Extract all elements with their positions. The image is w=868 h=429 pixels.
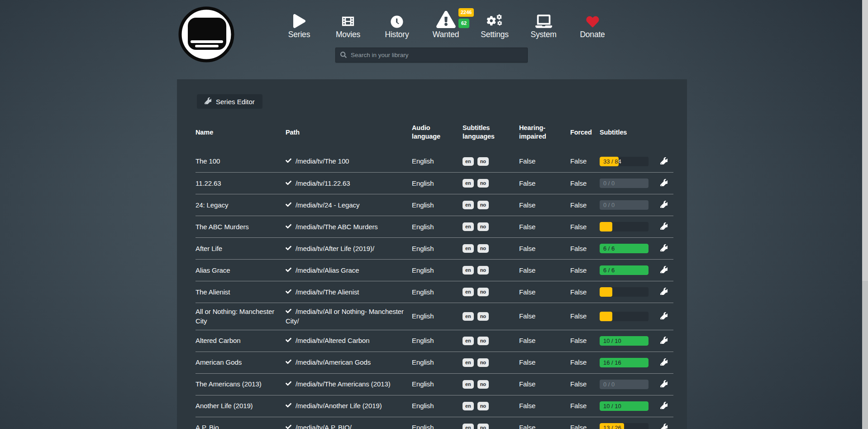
series-path: /media/tv/American Gods [286,354,412,371]
edit-series-button[interactable] [659,178,668,188]
subtitles-progress: 10 / 10 10 / 10 [600,336,649,346]
subtitles-progress: 0 / 0 0 / 0 [600,380,649,389]
series-name: Alias Grace [196,262,286,279]
subtitles-languages: en no [463,240,519,257]
subtitles-languages: en no [463,197,519,213]
hearing-impaired-value: False [519,308,570,325]
table-row[interactable]: The 100 /media/tv/The 100 English en no … [196,150,673,172]
table-row[interactable]: Another Life (2019) /media/tv/Another Li… [196,395,673,417]
table-row[interactable]: Altered Carbon /media/tv/Altered Carbon … [196,330,673,352]
forced-value: False [570,397,600,415]
hearing-impaired-value: False [519,240,570,257]
heart-icon [586,11,600,28]
series-name: American Gods [196,354,286,371]
language-chip: en [463,380,474,389]
series-name: The ABC Murders [196,218,286,236]
language-chip: no [477,157,489,166]
table-row[interactable]: American Gods /media/tv/American Gods En… [196,352,673,373]
check-icon [286,423,291,429]
edit-series-button[interactable] [659,357,668,368]
table-row[interactable]: The Americans (2013) /media/tv/The Ameri… [196,373,673,395]
forced-value: False [570,175,600,192]
edit-series-button[interactable] [659,200,668,210]
content-panel: Series Editor Name Path Audio language S… [177,79,687,429]
table-row[interactable]: The ABC Murders /media/tv/The ABC Murder… [196,216,673,237]
series-path: /media/tv/The ABC Murders [286,218,412,236]
table-row[interactable]: 24: Legacy /media/tv/24 - Legacy English… [196,194,673,216]
search-icon [340,52,347,60]
series-name: The 100 [196,153,286,170]
edit-series-button[interactable] [659,401,668,411]
edit-series-button[interactable] [659,287,668,297]
check-icon [286,307,291,316]
language-chip: no [477,179,489,188]
nav-label: Series [288,30,310,39]
language-chip: no [477,222,489,231]
scrollbar-thumb[interactable] [862,0,868,281]
nav-system[interactable]: System [519,11,568,39]
language-chip: en [463,201,474,209]
nav-label: Movies [336,30,360,39]
language-chip: en [463,312,474,321]
film-icon [341,11,355,28]
hearing-impaired-value: False [519,262,570,279]
table-header: Name Path Audio language Subtitles langu… [196,120,673,145]
audio-language: English [412,419,463,429]
series-name: 24: Legacy [196,197,286,214]
series-name: A.P. Bio [196,419,286,429]
edit-series-button[interactable] [659,336,668,346]
table-row[interactable]: A.P. Bio /media/tv/A.P. BIO/ English en … [196,417,673,429]
clock-icon [391,11,403,28]
check-icon [286,288,291,297]
nav-series[interactable]: Series [275,11,324,39]
warning-icon [436,11,456,28]
scrollbar-track[interactable] [862,0,868,429]
series-editor-button[interactable]: Series Editor [197,94,262,109]
check-icon [286,179,291,188]
laptop-icon [535,11,552,28]
language-chip: en [463,402,474,410]
search-input[interactable] [335,48,528,63]
table-body: The 100 /media/tv/The 100 English en no … [196,150,673,429]
series-path: /media/tv/The Americans (2013) [286,376,412,393]
edit-series-button[interactable] [659,311,668,322]
edit-series-button[interactable] [659,243,668,254]
app-logo[interactable] [178,6,235,63]
series-path: /media/tv/The 100 [286,153,412,170]
edit-series-button[interactable] [659,156,668,167]
table-row[interactable]: Alias Grace /media/tv/Alias Grace Englis… [196,259,673,281]
check-icon [286,380,291,389]
nav-history[interactable]: History [372,11,421,39]
audio-language: English [412,284,463,301]
check-icon [286,336,291,345]
audio-language: English [412,376,463,393]
table-row[interactable]: The Alienist /media/tv/The Alienist Engl… [196,281,673,303]
forced-value: False [570,262,600,279]
play-icon [293,11,305,28]
edit-series-button[interactable] [659,379,668,390]
subtitles-progress [600,222,649,231]
nav-movies[interactable]: Movies [324,11,372,39]
table-row[interactable]: All or Nothing: Manchester City /media/t… [196,303,673,330]
table-row[interactable]: 11.22.63 /media/tv/11.22.63 English en n… [196,172,673,194]
hearing-impaired-value: False [519,284,570,301]
subtitles-progress: 16 / 16 16 / 16 [600,358,649,367]
forced-value: False [570,284,600,301]
edit-series-button[interactable] [659,265,668,275]
nav-settings[interactable]: Settings [470,11,519,39]
series-path: /media/tv/Alias Grace [286,262,412,279]
table-row[interactable]: After Life /media/tv/After Life (2019)/ … [196,237,673,259]
column-header-forced: Forced [570,124,600,141]
audio-language: English [412,332,463,349]
nav-wanted[interactable]: 2246 62 Wanted [421,11,470,39]
edit-series-button[interactable] [659,423,668,429]
nav-donate[interactable]: Donate [568,11,617,39]
subtitles-progress: 6 / 6 6 / 6 [600,265,649,275]
edit-series-button[interactable] [659,222,668,232]
nav-label: History [385,30,409,39]
language-chip: no [477,424,489,429]
series-name: Another Life (2019) [196,397,286,415]
forced-value: False [570,376,600,393]
language-chip: en [463,424,474,429]
series-path: /media/tv/11.22.63 [286,175,412,192]
